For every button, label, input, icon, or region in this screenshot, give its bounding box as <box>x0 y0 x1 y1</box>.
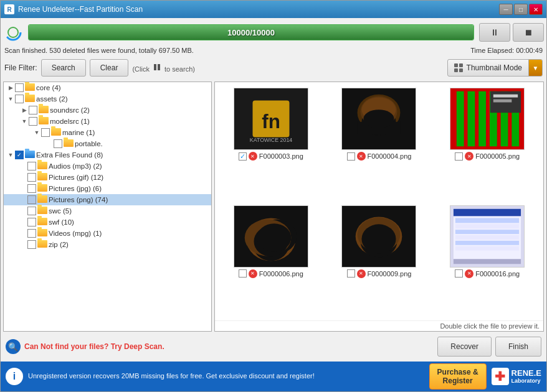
tree-label: soundsrc (2) <box>50 106 90 114</box>
tree-checkbox[interactable] <box>15 95 24 103</box>
stop-button[interactable]: ⏹ <box>513 23 544 42</box>
thumb-filename-f0000009: F0000009.png <box>368 270 412 278</box>
thumb-checkbox-f0000016[interactable] <box>455 269 463 278</box>
tree-arrow: ▶ <box>6 85 15 91</box>
thumb-item-f0000004[interactable]: ✕ F0000004.png <box>326 85 433 201</box>
bottom-action-buttons: Recover Finish <box>437 337 541 357</box>
close-button[interactable]: ✕ <box>529 4 543 15</box>
svg-rect-42 <box>454 208 521 216</box>
thumbnail-panel: fn KATOWICE 2014 ✓ ✕ F0000003.png <box>214 82 544 332</box>
thumb-svg-pattern <box>450 88 524 150</box>
tree-checkbox[interactable] <box>27 240 36 249</box>
tree-checkbox[interactable] <box>29 117 37 126</box>
thumb-image-f0000005 <box>450 88 525 150</box>
title-bar: R Renee Undeleter--Fast Partition Scan ─… <box>1 1 546 18</box>
tree-item-assets[interactable]: ▼ assets (2) <box>4 93 211 105</box>
thumbnail-grid[interactable]: fn KATOWICE 2014 ✓ ✕ F0000003.png <box>215 82 543 320</box>
search-button[interactable]: Search <box>41 59 86 77</box>
tree-item-marine[interactable]: ▼ marine (1) <box>4 127 211 138</box>
svg-rect-49 <box>455 246 519 250</box>
folder-icon <box>25 95 35 103</box>
thumb-svg-screenshot <box>450 205 524 268</box>
thumb-item-f0000016[interactable]: ✕ F0000016.png <box>434 202 541 319</box>
thumb-image-f0000006 <box>234 205 308 268</box>
tree-label: Extra Files Found (8) <box>36 151 103 159</box>
purchase-register-button[interactable]: Purchase &Register <box>429 363 487 390</box>
tree-label: Videos (mpg) (1) <box>49 230 102 237</box>
thumb-checkbox-f0000003[interactable]: ✓ <box>239 152 247 161</box>
svg-rect-45 <box>455 224 519 228</box>
tree-item-zip[interactable]: zip (2) <box>4 239 211 250</box>
svg-rect-28 <box>493 100 512 103</box>
cant-find-text: Can Not find your files? <box>24 342 111 351</box>
svg-rect-27 <box>493 95 518 98</box>
thumb-checkbox-f0000006[interactable] <box>239 269 247 278</box>
tree-label: Pictures (gif) (12) <box>49 174 103 181</box>
loading-icon <box>3 22 23 42</box>
deep-scan-text: Can Not find your files? Try Deep Scan. <box>24 342 164 351</box>
status-row: Scan finished. 530 deleted files were fo… <box>3 47 544 54</box>
tree-item-core[interactable]: ▶ core (4) <box>4 82 211 93</box>
thumbnail-mode-button[interactable]: Thumbnail Mode ▼ <box>447 59 543 77</box>
tree-checkbox[interactable] <box>29 106 37 114</box>
clear-button[interactable]: Clear <box>90 59 129 77</box>
main-panel: ▶ core (4) ▼ assets (2) <box>3 82 544 332</box>
svg-point-18 <box>364 110 394 128</box>
deep-scan-area: 🔍 Can Not find your files? Try Deep Scan… <box>6 339 164 354</box>
time-elapsed: Time Elapsed: 00:00:49 <box>470 47 543 54</box>
toolbar-row: File Filter: Search Clear (Click to sear… <box>3 57 544 79</box>
tree-item-swc[interactable]: swc (5) <box>4 205 211 217</box>
folder-icon <box>37 218 47 226</box>
minimize-button[interactable]: ─ <box>499 4 513 15</box>
file-tree[interactable]: ▶ core (4) ▼ assets (2) <box>3 82 212 332</box>
pause-button[interactable]: ⏸ <box>479 23 510 42</box>
tree-item-soundsrc[interactable]: ▶ soundsrc (2) <box>4 105 211 116</box>
tree-checkbox[interactable] <box>27 229 36 238</box>
tree-item-extra-files[interactable]: ▼ ✓ Extra Files Found (8) <box>4 149 211 161</box>
spinner-svg <box>4 24 22 41</box>
tree-checkbox[interactable] <box>27 173 36 182</box>
tree-label: zip (2) <box>49 241 69 248</box>
thumb-checkbox-f0000004[interactable] <box>347 152 355 161</box>
thumbnail-mode-dropdown-arrow[interactable]: ▼ <box>528 59 542 77</box>
thumb-item-f0000003[interactable]: fn KATOWICE 2014 ✓ ✕ F0000003.png <box>217 85 325 201</box>
finish-button[interactable]: Finish <box>495 337 541 357</box>
thumb-checkbox-f0000005[interactable] <box>455 152 463 161</box>
thumb-image-f0000003: fn KATOWICE 2014 <box>234 88 308 150</box>
thumb-checkbox-f0000009[interactable] <box>347 269 355 278</box>
thumb-svg-hair2 <box>234 205 308 268</box>
thumb-item-f0000005[interactable]: ✕ F0000005.png <box>434 85 541 201</box>
tree-item-pictures-gif[interactable]: Pictures (gif) (12) <box>4 172 211 183</box>
tree-item-portable[interactable]: portable. <box>4 138 211 149</box>
tree-checkbox[interactable] <box>27 218 36 226</box>
svg-rect-21 <box>468 91 475 147</box>
deep-scan-link[interactable]: Try Deep Scan. <box>111 342 164 351</box>
tree-item-swf[interactable]: swf (10) <box>4 217 211 228</box>
tree-checkbox[interactable] <box>41 128 50 137</box>
tree-checkbox[interactable] <box>15 83 24 92</box>
tree-item-audios[interactable]: Audios (mp3) (2) <box>4 161 211 172</box>
tree-item-videos[interactable]: Videos (mpg) (1) <box>4 228 211 239</box>
thumbnail-icon <box>454 63 464 72</box>
svg-point-1 <box>8 27 18 37</box>
tree-checkbox[interactable] <box>27 195 36 204</box>
tree-checkbox-checked[interactable]: ✓ <box>15 151 24 159</box>
thumb-item-f0000006[interactable]: ✕ F0000006.png <box>217 202 325 319</box>
thumb-item-f0000009[interactable]: ✕ F0000009.png <box>326 202 433 319</box>
tree-label: swc (5) <box>49 207 72 215</box>
tree-checkbox[interactable] <box>27 162 36 170</box>
file-status-icon: ✕ <box>249 269 257 278</box>
file-status-icon: ✕ <box>465 269 473 278</box>
tree-label: core (4) <box>36 84 61 91</box>
file-status-icon: ✕ <box>357 269 366 278</box>
tree-checkbox[interactable] <box>54 139 62 148</box>
thumb-svg-hair1 <box>342 88 416 150</box>
maximize-button[interactable]: □ <box>514 4 528 15</box>
tree-checkbox[interactable] <box>27 207 36 215</box>
svg-rect-22 <box>478 91 486 147</box>
tree-item-pictures-jpg[interactable]: Pictures (jpg) (6) <box>4 183 211 194</box>
tree-item-pictures-png[interactable]: Pictures (png) (74) <box>4 194 211 205</box>
recover-button[interactable]: Recover <box>437 337 492 357</box>
tree-item-modelsrc[interactable]: ▼ modelsrc (1) <box>4 116 211 127</box>
tree-checkbox[interactable] <box>27 184 36 193</box>
